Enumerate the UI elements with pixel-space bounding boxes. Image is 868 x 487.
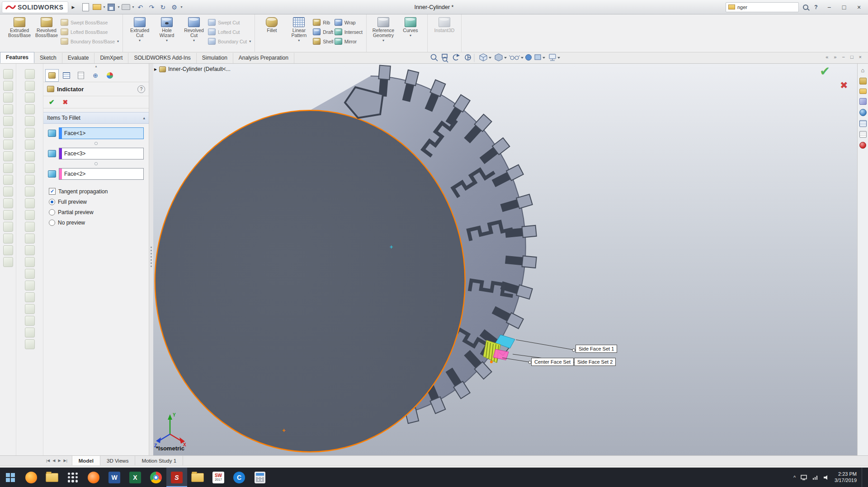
tool-icon[interactable] (3, 104, 13, 114)
tab-solidworks-add-ins[interactable]: SOLIDWORKS Add-Ins (128, 53, 196, 63)
extruded-cut-button[interactable]: ExtrudedCut ▾ (127, 16, 153, 42)
full-preview-radio[interactable] (49, 199, 55, 205)
tool-icon[interactable] (25, 187, 35, 197)
tool-icon[interactable] (25, 269, 35, 279)
tool-icon[interactable] (25, 116, 35, 126)
fillet-button[interactable]: Fillet (259, 16, 285, 33)
tab-displaymanager[interactable] (103, 69, 117, 82)
confirm-cancel-icon[interactable]: ✖ (840, 80, 848, 91)
doc-close-icon[interactable]: × (859, 54, 862, 60)
face-selection-box[interactable]: Face<3> (59, 148, 144, 159)
first-tab-icon[interactable]: |◀ (46, 459, 50, 463)
undo-icon[interactable]: ↶ (135, 2, 145, 12)
show-desktop-button[interactable] (862, 468, 864, 487)
tab-configurationmanager[interactable] (74, 69, 88, 82)
network-icon[interactable] (812, 475, 818, 480)
tool-icon[interactable] (25, 304, 35, 314)
dropdown-arrow-icon[interactable]: ▾ (118, 5, 119, 9)
tool-icon[interactable] (3, 222, 13, 232)
design-library-icon[interactable] (859, 78, 867, 84)
dropdown-arrow-icon[interactable]: ▾ (166, 38, 168, 42)
tool-icon[interactable] (25, 198, 35, 208)
face-selection-row[interactable]: Face<2> (48, 168, 144, 180)
dropdown-arrow-icon[interactable]: ▾ (132, 5, 134, 9)
collapse-section-icon[interactable]: ▴ (143, 116, 145, 120)
tab-features[interactable]: Features (0, 52, 34, 63)
options-gear-icon[interactable]: ⚙ (169, 2, 179, 12)
tool-icon[interactable] (25, 140, 35, 150)
last-tab-icon[interactable]: ▶| (64, 459, 67, 463)
tool-icon[interactable] (3, 93, 13, 103)
boundary-cut-button[interactable]: Boundary Cut▾ (208, 37, 251, 46)
swept-boss-base-button[interactable]: Swept Boss/Base (61, 18, 119, 27)
pc-status-icon[interactable] (801, 475, 807, 480)
tool-icon[interactable] (25, 234, 35, 244)
tool-icon[interactable] (25, 128, 35, 138)
forum-icon[interactable] (859, 142, 866, 149)
close-button[interactable]: × (854, 4, 864, 11)
reference-geometry-button[interactable]: ReferenceGeometry ▾ (370, 16, 396, 42)
confirm-ok-icon[interactable]: ✔ (820, 64, 830, 79)
expand-arrow-icon[interactable]: ▸ (154, 66, 157, 72)
taskbar-clock[interactable]: 2:23 PM 3/17/2019 (835, 471, 857, 484)
custom-properties-icon[interactable] (859, 131, 867, 138)
tab-3d-views[interactable]: 3D Views (100, 456, 135, 465)
dropdown-arrow-icon[interactable]: ▾ (117, 39, 119, 43)
tool-icon[interactable] (25, 151, 35, 161)
taskbar-firefox[interactable] (21, 468, 42, 487)
front-face[interactable] (155, 110, 465, 452)
appearances-icon[interactable] (859, 109, 867, 116)
lofted-cut-button[interactable]: Lofted Cut (208, 27, 251, 37)
resize-handle[interactable] (94, 162, 98, 165)
swept-cut-button[interactable]: Swept Cut (208, 18, 251, 27)
linear-pattern-button[interactable]: LinearPattern ▾ (286, 16, 312, 42)
tool-icon[interactable] (3, 210, 13, 220)
cancel-button[interactable]: ✖ (63, 98, 68, 106)
dropdown-arrow-icon[interactable]: ▾ (180, 5, 182, 9)
restore-button[interactable]: □ (839, 4, 849, 11)
tool-icon[interactable] (3, 245, 13, 255)
tool-icon[interactable] (25, 175, 35, 185)
volume-icon[interactable] (823, 475, 830, 480)
view-palette-icon[interactable] (859, 98, 867, 105)
face-selection-box[interactable]: Face<1> (59, 127, 144, 139)
model-canvas[interactable]: Y X Z (153, 64, 857, 455)
partial-preview-radio[interactable] (49, 209, 55, 215)
toolbar-expand-icon[interactable]: ▶ (71, 5, 75, 9)
dock-left-icon[interactable]: « (826, 54, 828, 60)
revolved-boss-base-button[interactable]: RevolvedBoss/Base (33, 16, 60, 38)
heads-up-view-toolbar[interactable] (429, 53, 565, 64)
boundary-boss-base-button[interactable]: Boundary Boss/Base▾ (61, 37, 119, 46)
draft-button[interactable]: Draft (313, 27, 333, 37)
tool-icon[interactable] (3, 140, 13, 150)
minimize-button[interactable]: − (824, 4, 835, 11)
tool-icon[interactable] (3, 81, 13, 91)
doc-minimize-icon[interactable]: − (842, 54, 844, 60)
next-tab-icon[interactable]: ▶ (58, 459, 61, 463)
help-icon[interactable]: ? (137, 85, 145, 93)
callout-side-face-set-2[interactable]: Side Face Set 2 (574, 358, 616, 366)
tab-simulation[interactable]: Simulation (197, 53, 233, 63)
tool-icon[interactable] (25, 69, 35, 79)
open-icon[interactable] (92, 2, 102, 12)
rebuild-icon[interactable]: ↻ (158, 2, 168, 12)
tab-sketch[interactable]: Sketch (34, 53, 62, 63)
tool-icon[interactable] (25, 163, 35, 173)
curves-button[interactable]: Curves ▾ (397, 16, 424, 37)
no-preview-radio[interactable] (49, 220, 55, 226)
tool-icon[interactable] (3, 187, 13, 197)
graphics-area[interactable]: Y X Z ▸ Inner-Cylinder (Default<... Side… (153, 64, 857, 455)
tool-icon[interactable] (3, 163, 13, 173)
tool-icon[interactable] (3, 151, 13, 161)
face-selection-row[interactable]: Face<1> (48, 127, 144, 139)
tool-icon[interactable] (25, 222, 35, 232)
tool-icon[interactable] (3, 128, 13, 138)
taskbar-solidworks-2017[interactable]: SW2017 (208, 468, 229, 487)
save-icon[interactable] (106, 2, 116, 12)
tool-icon[interactable] (25, 104, 35, 114)
tool-icon[interactable] (3, 69, 13, 79)
prev-tab-icon[interactable]: ◀ (52, 459, 55, 463)
no-preview-option[interactable]: No preview (49, 220, 149, 226)
tab-propertymanager[interactable] (60, 69, 73, 82)
tab-motion-study-1[interactable]: Motion Study 1 (135, 456, 183, 465)
